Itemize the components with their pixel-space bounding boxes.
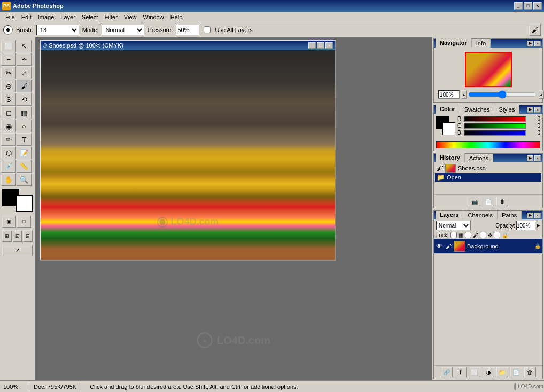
window-controls[interactable]: _ □ × bbox=[514, 2, 542, 10]
navigator-menu-btn[interactable]: ▶ bbox=[527, 41, 533, 46]
tab-color[interactable]: Color bbox=[436, 105, 460, 114]
doc-close[interactable]: × bbox=[325, 42, 333, 49]
navigator-controls[interactable]: ▶ × bbox=[527, 41, 541, 46]
tab-swatches[interactable]: Swatches bbox=[460, 105, 495, 114]
navigator-zoom-input[interactable] bbox=[438, 90, 460, 99]
menu-view[interactable]: View bbox=[121, 13, 140, 21]
navigator-preview[interactable] bbox=[465, 52, 512, 87]
zoom-out-btn[interactable]: ▲ bbox=[461, 90, 467, 99]
blend-mode-select[interactable]: Normal bbox=[102, 25, 144, 35]
shape-tool[interactable]: ⬡ bbox=[1, 146, 16, 159]
layer-link-btn[interactable]: 🔗 bbox=[441, 367, 453, 377]
menu-filter[interactable]: Filter bbox=[101, 13, 120, 21]
close-button[interactable]: × bbox=[533, 2, 542, 10]
standard-mode[interactable]: □ bbox=[17, 216, 31, 228]
jump-to-imageready[interactable]: ↗ bbox=[2, 245, 33, 256]
canvas-area[interactable]: © Shoes.psd @ 100% (CMYK) _ □ × LO4D.com… bbox=[35, 37, 432, 380]
minimize-button[interactable]: _ bbox=[514, 2, 523, 10]
new-snapshot-btn[interactable]: 📷 bbox=[469, 197, 480, 206]
menu-layer[interactable]: Layer bbox=[57, 13, 79, 21]
delete-state-btn[interactable]: 🗑 bbox=[496, 197, 508, 206]
color-spectrum-bar[interactable] bbox=[436, 141, 540, 148]
full-screen-menu[interactable]: ⊡ bbox=[13, 230, 22, 242]
zoom-tool[interactable]: 🔍 bbox=[17, 173, 32, 186]
background-color[interactable] bbox=[16, 195, 33, 212]
text-tool[interactable]: T bbox=[17, 133, 32, 146]
lock-transparent-px[interactable] bbox=[450, 232, 457, 238]
history-item-2[interactable]: 📁 Open bbox=[435, 173, 541, 182]
tab-history[interactable]: History bbox=[436, 153, 465, 163]
lasso-tool[interactable]: ⌐ bbox=[1, 53, 16, 66]
color-menu-btn[interactable]: ▶ bbox=[527, 107, 533, 113]
tab-channels[interactable]: Channels bbox=[463, 211, 497, 219]
menu-window[interactable]: Window bbox=[140, 13, 167, 21]
move-tool[interactable]: ↖ bbox=[17, 40, 32, 52]
navigator-slider[interactable] bbox=[468, 91, 537, 98]
clone-stamp-tool[interactable]: S bbox=[1, 93, 16, 106]
zoom-in-btn[interactable]: ▲ bbox=[539, 90, 544, 99]
path-tool[interactable]: ✏ bbox=[1, 133, 16, 146]
layers-menu-btn[interactable]: ▶ bbox=[527, 213, 533, 218]
layers-close-btn[interactable]: × bbox=[534, 213, 541, 218]
layer-edit-btn[interactable]: 🖌 bbox=[445, 242, 452, 250]
tab-info[interactable]: Info bbox=[472, 39, 491, 48]
options-extra-button[interactable]: 🖌 bbox=[529, 24, 541, 36]
maximize-button[interactable]: □ bbox=[524, 2, 532, 10]
layer-visibility-btn[interactable]: 👁 bbox=[436, 242, 443, 250]
history-brush-tool[interactable]: ⟲ bbox=[17, 93, 32, 106]
magic-wand-tool[interactable]: ✒ bbox=[17, 53, 32, 66]
menu-select[interactable]: Select bbox=[79, 13, 102, 21]
notes-tool[interactable]: 📝 bbox=[17, 146, 32, 159]
tab-actions[interactable]: Actions bbox=[465, 154, 493, 162]
measure-tool[interactable]: 📏 bbox=[17, 160, 32, 173]
slice-tool[interactable]: ⊿ bbox=[17, 66, 32, 79]
opacity-arrow[interactable]: ▶ bbox=[537, 223, 540, 228]
gradient-tool[interactable]: ▦ bbox=[17, 106, 32, 119]
new-layer-btn[interactable]: 📄 bbox=[510, 367, 522, 377]
layer-item-background[interactable]: 👁 🖌 Background 🔒 bbox=[434, 239, 542, 254]
use-all-layers-checkbox[interactable] bbox=[204, 26, 211, 33]
color-close-btn[interactable]: × bbox=[534, 107, 541, 113]
navigator-close-btn[interactable]: × bbox=[534, 41, 541, 46]
layers-blend-mode[interactable]: Normal bbox=[436, 221, 471, 230]
new-adjustment-btn[interactable]: ◑ bbox=[483, 367, 494, 377]
pressure-input[interactable] bbox=[176, 25, 199, 35]
lock-image-px[interactable] bbox=[465, 232, 471, 238]
doc-window-controls[interactable]: _ □ × bbox=[308, 42, 333, 49]
brush-preview[interactable] bbox=[3, 25, 13, 35]
history-menu-btn[interactable]: ▶ bbox=[527, 155, 533, 161]
dodge-tool[interactable]: ○ bbox=[17, 120, 32, 132]
history-item-1[interactable]: 🖌 Shoes.psd bbox=[435, 163, 541, 173]
document-content[interactable]: LO4D.com bbox=[41, 50, 335, 260]
new-doc-from-state-btn[interactable]: 📄 bbox=[483, 197, 494, 206]
doc-minimize[interactable]: _ bbox=[308, 42, 316, 49]
hand-tool[interactable]: ✋ bbox=[1, 173, 16, 186]
layers-controls[interactable]: ▶ × bbox=[527, 213, 541, 218]
healing-tool[interactable]: ⊕ bbox=[1, 80, 16, 92]
menu-help[interactable]: Help bbox=[167, 13, 186, 21]
tab-styles[interactable]: Styles bbox=[494, 105, 519, 114]
delete-layer-btn[interactable]: 🗑 bbox=[524, 367, 536, 377]
brush-size-select[interactable]: 13 bbox=[36, 25, 79, 35]
tab-navigator[interactable]: Navigator bbox=[436, 38, 472, 48]
eraser-tool[interactable]: ◻ bbox=[1, 106, 16, 119]
eyedropper-tool[interactable]: 💉 bbox=[1, 160, 16, 173]
opacity-input[interactable] bbox=[516, 221, 535, 230]
new-group-btn[interactable]: 📁 bbox=[496, 367, 508, 377]
history-controls[interactable]: ▶ × bbox=[527, 155, 541, 161]
quick-mask-mode[interactable]: ▣ bbox=[2, 216, 16, 228]
menu-edit[interactable]: Edit bbox=[18, 13, 35, 21]
menu-image[interactable]: Image bbox=[35, 13, 58, 21]
lock-all[interactable] bbox=[494, 232, 500, 238]
blur-tool[interactable]: ◉ bbox=[1, 120, 16, 132]
doc-maximize[interactable]: □ bbox=[317, 42, 324, 49]
menu-file[interactable]: File bbox=[2, 13, 18, 21]
brush-tool active[interactable]: 🖌 bbox=[17, 80, 32, 92]
crop-tool[interactable]: ✂ bbox=[1, 66, 16, 79]
marquee-tool[interactable]: ⬜ bbox=[1, 40, 16, 52]
standard-screen[interactable]: ⊞ bbox=[2, 230, 12, 242]
tab-paths[interactable]: Paths bbox=[498, 211, 522, 219]
full-screen[interactable]: ⊟ bbox=[23, 230, 33, 242]
tab-layers[interactable]: Layers bbox=[436, 210, 463, 220]
background-swatch[interactable] bbox=[442, 122, 455, 135]
